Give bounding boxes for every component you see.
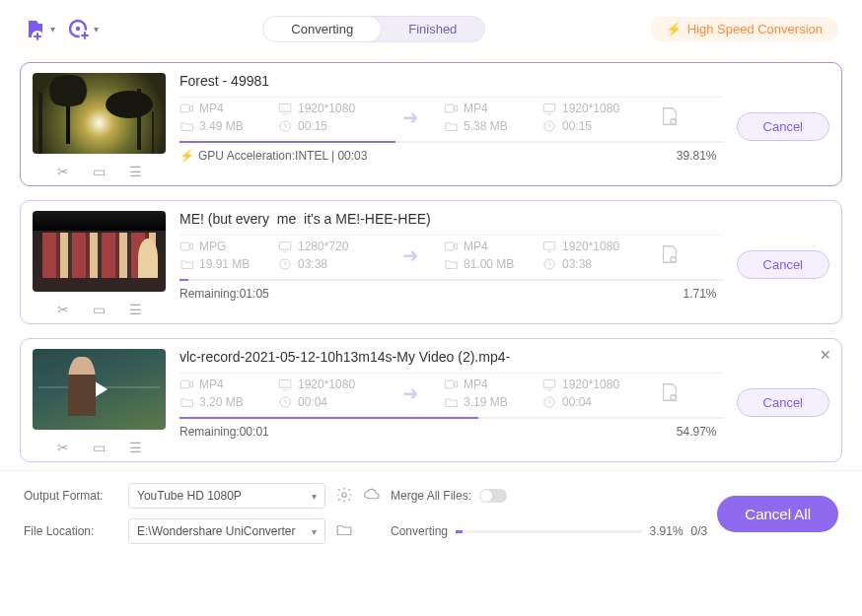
output-settings-icon[interactable] (659, 243, 681, 268)
crop-icon[interactable]: ▭ (93, 302, 106, 317)
more-icon[interactable]: ☰ (129, 164, 142, 179)
meta-video: MP4 (444, 377, 542, 391)
meta-screen: 1920*1080 (278, 102, 377, 115)
chevron-down-icon: ▾ (94, 24, 99, 34)
meta-clock: 00:04 (542, 395, 641, 409)
video-thumbnail[interactable] (33, 211, 166, 292)
output-settings-icon[interactable] (659, 105, 681, 130)
svg-point-10 (671, 118, 677, 124)
trim-icon[interactable]: ✂ (57, 440, 69, 455)
lightning-icon: ⚡ (666, 22, 682, 36)
overall-count: 0/3 (691, 524, 708, 538)
cancel-button[interactable]: Cancel (737, 388, 829, 417)
svg-rect-5 (279, 104, 290, 112)
output-format-label: Output Format: (24, 489, 118, 503)
meta-folder: 3.49 MB (180, 119, 278, 133)
meta-screen: 1280*720 (278, 240, 377, 253)
merge-toggle[interactable] (479, 489, 507, 503)
cancel-button[interactable]: Cancel (737, 112, 829, 141)
trim-icon[interactable]: ✂ (57, 164, 69, 179)
video-thumbnail[interactable] (33, 349, 166, 430)
play-icon (33, 349, 166, 430)
more-icon[interactable]: ☰ (129, 302, 142, 317)
meta-clock: 03:38 (278, 257, 377, 271)
meta-video: MPG (180, 240, 278, 253)
item-title: vlc-record-2021-05-12-10h13m14s-My Video… (180, 349, 723, 365)
meta-folder: 3.19 MB (444, 395, 542, 409)
svg-point-24 (671, 394, 677, 400)
add-disc-button[interactable]: ▾ (67, 18, 99, 41)
svg-rect-19 (279, 380, 290, 388)
svg-rect-12 (279, 242, 290, 250)
arrow-right-icon: ➜ (391, 381, 430, 405)
meta-clock: 03:38 (542, 257, 641, 271)
svg-rect-7 (445, 104, 454, 112)
chevron-down-icon: ▾ (312, 526, 317, 537)
svg-rect-22 (543, 380, 554, 388)
meta-folder: 3.20 MB (180, 395, 278, 409)
trim-icon[interactable]: ✂ (57, 302, 69, 317)
more-icon[interactable]: ☰ (129, 440, 142, 455)
tab-finished[interactable]: Finished (381, 17, 484, 41)
meta-clock: 00:04 (278, 395, 377, 409)
cancel-all-button[interactable]: Cancel All (717, 496, 838, 532)
svg-rect-4 (180, 104, 189, 112)
svg-point-17 (671, 256, 677, 262)
conversion-item: ✕✂▭☰vlc-record-2021-05-12-10h13m14s-My V… (20, 338, 842, 462)
add-file-button[interactable]: ▾ (24, 18, 55, 41)
conversion-item: ✂▭☰ME! (but every me it's a ME!-HEE-HEE)… (20, 200, 842, 324)
meta-video: MP4 (180, 377, 278, 391)
cancel-button[interactable]: Cancel (737, 250, 829, 279)
merge-label: Merge All Files: (391, 489, 471, 503)
status-tabs: Converting Finished (262, 16, 485, 42)
meta-screen: 1920*1080 (542, 377, 641, 391)
svg-rect-8 (543, 104, 554, 112)
file-location-label: File Location: (24, 524, 118, 538)
output-format-select[interactable]: YouTube HD 1080P ▾ (128, 483, 325, 509)
item-title: ME! (but every me it's a ME!-HEE-HEE) (180, 211, 723, 227)
svg-point-2 (76, 26, 80, 30)
output-settings-icon[interactable] (659, 381, 681, 406)
meta-screen: 1920*1080 (278, 377, 377, 391)
chevron-down-icon: ▾ (50, 24, 55, 34)
progress-bar (180, 417, 723, 419)
crop-icon[interactable]: ▭ (93, 164, 106, 179)
progress-bar (180, 279, 723, 281)
meta-folder: 81.00 MB (444, 257, 542, 271)
meta-video: MP4 (444, 102, 542, 115)
close-icon[interactable]: ✕ (820, 347, 831, 363)
settings-gear-icon[interactable] (335, 486, 353, 507)
tab-converting[interactable]: Converting (263, 17, 381, 41)
progress-percent: 1.71% (683, 287, 717, 301)
meta-screen: 1920*1080 (542, 102, 641, 115)
crop-icon[interactable]: ▭ (93, 440, 106, 455)
svg-rect-18 (180, 380, 189, 388)
file-location-select[interactable]: E:\Wondershare UniConverter ▾ (128, 518, 325, 544)
svg-point-25 (342, 492, 347, 497)
arrow-right-icon: ➜ (391, 243, 430, 267)
meta-folder: 5.38 MB (444, 119, 542, 133)
progress-status: ⚡GPU Acceleration:INTEL | 00:03 (180, 149, 367, 163)
meta-clock: 00:15 (542, 119, 641, 133)
cloud-icon[interactable] (363, 486, 381, 507)
chevron-down-icon: ▾ (312, 491, 317, 502)
progress-status: Remaining:01:05 (180, 287, 269, 301)
progress-percent: 54.97% (677, 425, 717, 439)
progress-bar (180, 141, 723, 143)
meta-clock: 00:15 (278, 119, 377, 133)
high-speed-conversion-button[interactable]: ⚡ High Speed Conversion (650, 17, 838, 41)
svg-rect-14 (445, 242, 454, 250)
progress-percent: 39.81% (677, 149, 717, 163)
overall-status-label: Converting (391, 524, 448, 538)
meta-folder: 19.91 MB (180, 257, 278, 271)
video-thumbnail[interactable] (33, 73, 166, 154)
svg-rect-21 (445, 380, 454, 388)
svg-rect-11 (180, 242, 189, 250)
arrow-right-icon: ➜ (391, 105, 430, 129)
meta-video: MP4 (180, 102, 278, 115)
item-title: Forest - 49981 (180, 73, 723, 89)
open-folder-icon[interactable] (335, 521, 381, 542)
svg-rect-15 (543, 242, 554, 250)
conversion-item: ✂▭☰Forest - 49981MP41920*10803.49 MB00:1… (20, 62, 842, 186)
overall-percent: 3.91% (650, 524, 683, 538)
